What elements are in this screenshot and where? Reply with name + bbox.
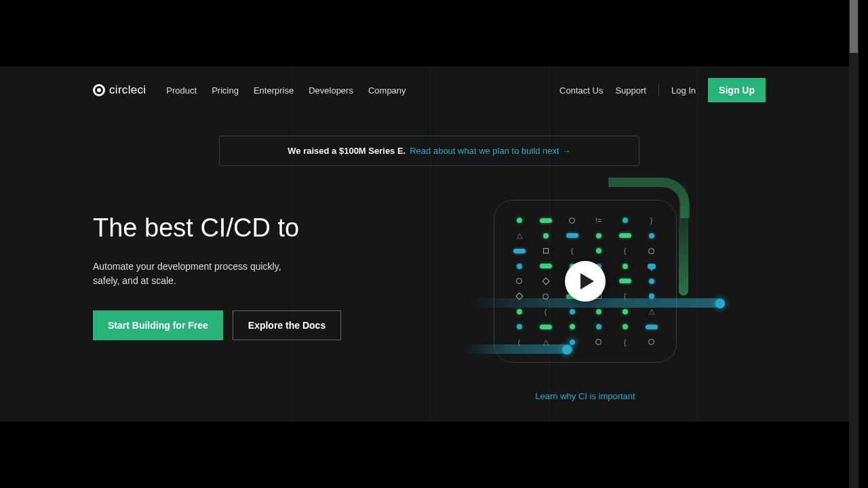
- nav-login[interactable]: Log In: [671, 85, 696, 96]
- site-header: circleci Product Pricing Enterprise Deve…: [93, 66, 766, 99]
- play-icon: [580, 273, 594, 289]
- hero-title: The best CI/CD to: [93, 214, 351, 243]
- banner-label: We raised a $100M Series E.: [288, 146, 406, 156]
- nav-contact[interactable]: Contact Us: [559, 85, 603, 96]
- brand-name: circleci: [109, 83, 146, 97]
- nav-secondary: Contact Us Support Log In Sign Up: [559, 78, 766, 102]
- nav-product[interactable]: Product: [166, 85, 197, 96]
- nav-support[interactable]: Support: [615, 85, 646, 96]
- nav-company[interactable]: Company: [368, 85, 406, 96]
- learn-why-ci-link[interactable]: Learn why CI is important: [535, 391, 635, 401]
- logo-icon: [93, 84, 105, 96]
- arrow-right-icon: →: [563, 146, 571, 156]
- vertical-scrollbar[interactable]: [849, 0, 859, 488]
- announcement-banner[interactable]: We raised a $100M Series E. Read about w…: [219, 136, 639, 166]
- cta-explore-docs-button[interactable]: Explore the Docs: [233, 310, 341, 340]
- code-grid-panel: != } △ {: [494, 200, 677, 363]
- play-video-button[interactable]: [565, 261, 606, 302]
- scroll-thumb[interactable]: [850, 0, 858, 53]
- nav-enterprise[interactable]: Enterprise: [254, 85, 294, 96]
- glow-path-icon: [679, 180, 688, 296]
- nav-pricing[interactable]: Pricing: [212, 85, 239, 96]
- hero-copy: The best CI/CD to Automate your developm…: [93, 214, 351, 340]
- hero-subtitle: Automate your development process quickl…: [93, 260, 303, 289]
- cta-start-building-button[interactable]: Start Building for Free: [93, 310, 223, 340]
- brand-logo[interactable]: circleci: [93, 83, 146, 97]
- banner-link[interactable]: Read about what we plan to build next →: [410, 146, 570, 156]
- glow-node-icon: [715, 299, 725, 308]
- nav-divider: [658, 84, 659, 96]
- signup-button[interactable]: Sign Up: [708, 78, 766, 102]
- banner-link-text: Read about what we plan to build next: [410, 146, 559, 156]
- nav-main: Product Pricing Enterprise Developers Co…: [166, 85, 406, 96]
- nav-developers[interactable]: Developers: [309, 85, 353, 96]
- hero-video-thumbnail[interactable]: != } △ {: [378, 214, 766, 401]
- glow-path-icon: [608, 178, 690, 218]
